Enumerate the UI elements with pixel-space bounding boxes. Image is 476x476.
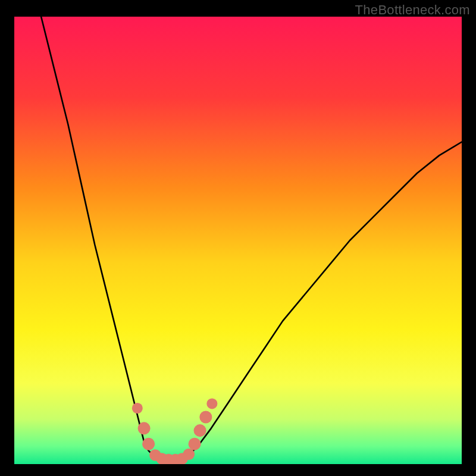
bead-marker xyxy=(194,424,206,437)
bead-marker xyxy=(189,438,201,450)
bead-marker xyxy=(138,422,151,434)
bead-marker xyxy=(183,449,195,461)
bead-marker xyxy=(206,398,217,409)
bead-marker xyxy=(142,438,155,450)
bottleneck-chart xyxy=(14,17,462,464)
bead-marker xyxy=(199,411,212,424)
chart-frame: TheBottleneck.com xyxy=(0,0,476,476)
watermark-text: TheBottleneck.com xyxy=(355,2,470,18)
bead-marker xyxy=(132,403,143,414)
gradient-background xyxy=(14,17,462,464)
